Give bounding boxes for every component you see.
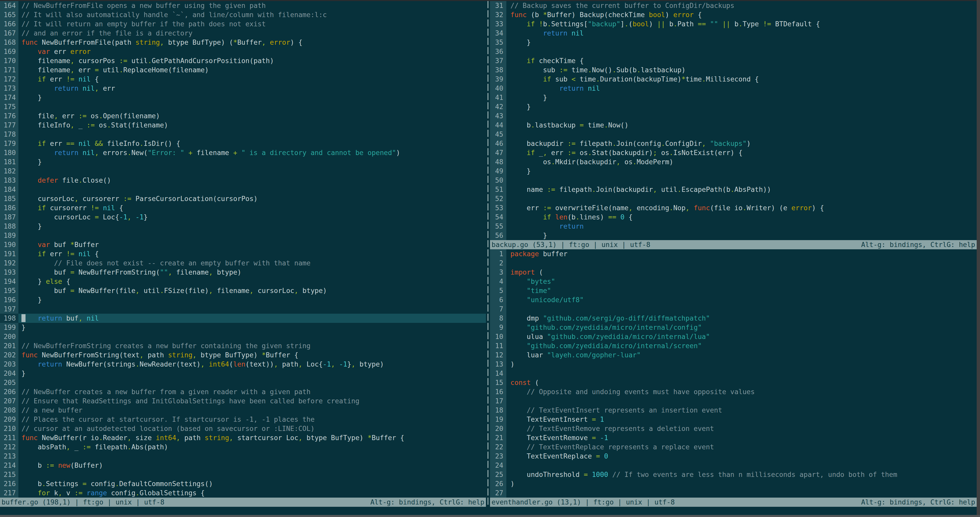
code-line[interactable]: 184 [0,185,486,194]
code-line[interactable]: 5 "time" [490,286,977,295]
editor-pane-eventhandler-go[interactable]: 1package buffer23import (4 "bytes"5 "tim… [490,249,977,498]
code-line[interactable]: 50 [490,176,977,185]
code-line[interactable]: 166// It will return an empty buffer if … [0,19,486,29]
code-line[interactable]: 25 undoThreshold = 1000 // If two events… [490,470,977,479]
code-line[interactable]: 205 [0,378,486,387]
code-line[interactable]: 197 [0,305,486,314]
code-line[interactable]: 206// NewBuffer creates a new buffer fro… [0,387,486,396]
code-line[interactable]: 167// and an error if the file is a dire… [0,29,486,38]
code-line[interactable]: 54 if len(b.lines) == 0 { [490,212,977,222]
code-line[interactable]: 213 [0,452,486,461]
code-line[interactable]: 1package buffer [490,249,977,258]
code-line[interactable]: 199} [0,323,486,332]
code-line[interactable]: 192 // File does not exist -- create an … [0,258,486,268]
code-line[interactable]: 23 TextEventReplace = 0 [490,452,977,461]
code-line[interactable]: 186 if cursorerr != nil { [0,203,486,212]
code-line[interactable]: 171 filename, err = util.ReplaceHome(fil… [0,65,486,75]
code-line[interactable]: 187 cursorLoc = Loc{-1, -1} [0,212,486,222]
code-line[interactable]: 185 cursorLoc, cursorerr := ParseCursorL… [0,194,486,203]
code-line[interactable]: 194 } else { [0,277,486,286]
code-line[interactable]: 191 if err != nil { [0,249,486,258]
code-line[interactable]: 182 [0,166,486,176]
code-line[interactable]: 44 b.lastbackup = time.Now() [490,121,977,130]
code-line[interactable]: 201// NewBufferFromString creates a new … [0,341,486,351]
code-line[interactable]: 26) [490,479,977,488]
code-line[interactable]: 198 return buf, nil [0,314,486,323]
code-line[interactable]: 35 } [490,38,977,47]
code-line[interactable]: 174 } [0,93,486,102]
code-line[interactable]: 181 } [0,157,486,166]
code-line[interactable]: 24 [490,461,977,470]
code-line[interactable]: 37 if checkTime { [490,56,977,65]
code-line[interactable]: 176 file, err := os.Open(filename) [0,112,486,121]
code-line[interactable]: 16 // Opposite and undoing events must h… [490,387,977,396]
code-line[interactable]: 7 [490,305,977,314]
code-line[interactable]: 200 [0,332,486,341]
code-line[interactable]: 12 luar "layeh.com/gopher-luar" [490,351,977,360]
code-line[interactable]: 34 return nil [490,29,977,38]
code-line[interactable]: 211func NewBuffer(r io.Reader, size int6… [0,433,486,442]
code-line[interactable]: 40 return nil [490,84,977,93]
code-line[interactable]: 175 [0,102,486,112]
code-line[interactable]: 53 err := overwriteFile(name, encoding.N… [490,203,977,212]
code-line[interactable]: 46 backupdir := filepath.Join(config.Con… [490,139,977,148]
code-line[interactable]: 172 if err != nil { [0,75,486,84]
code-line[interactable]: 56 } [490,231,977,240]
code-line[interactable]: 190 var buf *Buffer [0,240,486,249]
code-line[interactable]: 13) [490,360,977,369]
code-line[interactable]: 45 [490,130,977,139]
code-line[interactable]: 170 filename, cursorPos := util.GetPathA… [0,56,486,65]
code-line[interactable]: 2 [490,258,977,268]
editor-pane-backup-go[interactable]: 31// Backup saves the current buffer to … [490,1,977,240]
code-line[interactable]: 214 b := new(Buffer) [0,461,486,470]
code-line[interactable]: 27 [490,488,977,498]
code-line[interactable]: 210// cursor at an autodetected location… [0,424,486,433]
code-line[interactable]: 188 } [0,222,486,231]
code-line[interactable]: 168func NewBufferFromFile(path string, b… [0,38,486,47]
code-line[interactable]: 39 if sub < time.Duration(backupTime)*ti… [490,75,977,84]
code-line[interactable]: 165// It will also automatically handle … [0,10,486,19]
code-line[interactable]: 31// Backup saves the current buffer to … [490,1,977,10]
code-line[interactable]: 33 if !b.Settings["backup"].(bool) || b.… [490,19,977,29]
code-line[interactable]: 180 return nil, errors.New("Error: " + f… [0,148,486,157]
code-line[interactable]: 42 } [490,102,977,112]
code-line[interactable]: 3import ( [490,268,977,277]
code-line[interactable]: 207// Ensure that ReadSettings and InitG… [0,396,486,405]
code-line[interactable]: 209// Places the cursor at startcursor. … [0,415,486,424]
code-line[interactable]: 164// NewBufferFromFile opens a new buff… [0,1,486,10]
code-line[interactable]: 41 } [490,93,977,102]
code-line[interactable]: 9 "github.com/zyedidia/micro/internal/co… [490,323,977,332]
code-line[interactable]: 20 // TextEventRemove represents a delet… [490,424,977,433]
code-line[interactable]: 216 b.Settings = config.DefaultCommonSet… [0,479,486,488]
code-line[interactable]: 183 defer file.Close() [0,176,486,185]
code-line[interactable]: 48 os.Mkdir(backupdir, os.ModePerm) [490,157,977,166]
code-line[interactable]: 178 [0,130,486,139]
code-line[interactable]: 203 return NewBuffer(strings.NewReader(t… [0,360,486,369]
code-line[interactable]: 189 [0,231,486,240]
code-line[interactable]: 18 // TextEventInsert represents an inse… [490,405,977,415]
code-line[interactable]: 19 TextEventInsert = 1 [490,415,977,424]
code-line[interactable]: 43 [490,112,977,121]
code-line[interactable]: 202func NewBufferFromString(text, path s… [0,351,486,360]
code-line[interactable]: 17 [490,396,977,405]
code-line[interactable]: 177 fileInfo, _ := os.Stat(filename) [0,121,486,130]
code-line[interactable]: 11 "github.com/zyedidia/micro/internal/s… [490,341,977,351]
code-line[interactable]: 52 [490,194,977,203]
code-line[interactable]: 215 [0,470,486,479]
code-line[interactable]: 51 name := filepath.Join(backupdir, util… [490,185,977,194]
code-line[interactable]: 173 return nil, err [0,84,486,93]
code-line[interactable]: 217 for k, v := range config.GlobalSetti… [0,488,486,498]
code-line[interactable]: 208// a new buffer [0,405,486,415]
code-line[interactable]: 196 } [0,295,486,305]
code-line[interactable]: 193 buf = NewBufferFromString("", filena… [0,268,486,277]
code-line[interactable]: 10 ulua "github.com/zyedidia/micro/inter… [490,332,977,341]
code-line[interactable]: 36 [490,47,977,56]
code-line[interactable]: 22 // TextEventReplace represents a repl… [490,442,977,452]
code-line[interactable]: 38 sub := time.Now().Sub(b.lastbackup) [490,65,977,75]
code-line[interactable]: 49 } [490,166,977,176]
code-line[interactable]: 169 var err error [0,47,486,56]
code-line[interactable]: 4 "bytes" [490,277,977,286]
code-line[interactable]: 212 absPath, _ := filepath.Abs(path) [0,442,486,452]
code-line[interactable]: 204} [0,369,486,378]
code-line[interactable]: 15const ( [490,378,977,387]
